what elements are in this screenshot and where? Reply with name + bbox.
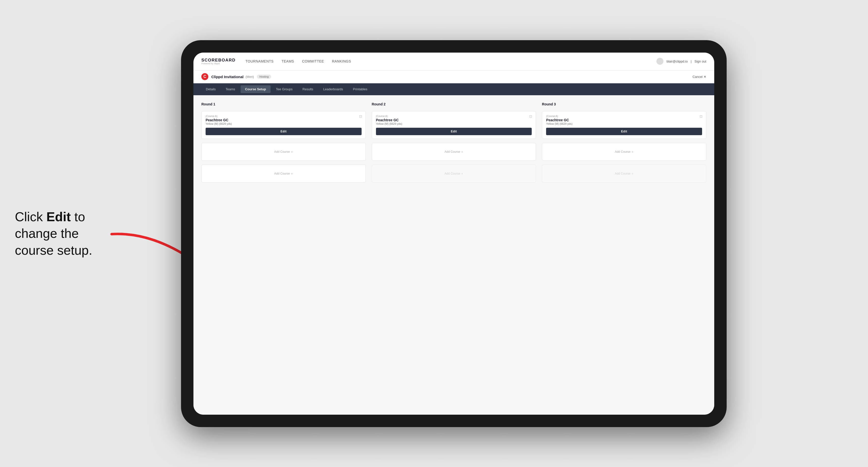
nav-teams[interactable]: TEAMS [281,59,294,63]
logo-text: SCOREBOARD [202,58,236,63]
nav-right: blair@clippd.io | Sign out [656,58,706,65]
round-1-add-course-1[interactable]: Add Course + [202,143,366,161]
round-2-edit-button[interactable]: Edit [376,128,532,135]
round-2-course-card: ⊡ (Course A) Peachtree GC Yellow (M) (66… [372,111,536,139]
round-1-column: Round 1 ⊡ (Course A) Peachtree GC Yellow… [202,102,366,183]
round-3-add-course-1-icon: + [631,150,633,154]
round-1-edit-button[interactable]: Edit [206,128,362,135]
rounds-grid: Round 1 ⊡ (Course A) Peachtree GC Yellow… [202,102,706,183]
round-2-course-tag: (Course A) [376,115,532,118]
sign-out-link[interactable]: Sign out [694,60,706,63]
hosting-badge: Hosting [257,75,271,79]
round-3-add-course-1[interactable]: Add Course + [542,143,706,161]
tournament-name: Clippd Invitational [211,75,244,79]
separator: | [691,60,691,63]
nav-committee[interactable]: COMMITTEE [302,59,324,63]
tablet-device: SCOREBOARD Powered by clippd TOURNAMENTS… [181,40,726,427]
tab-printables[interactable]: Printables [348,85,372,93]
tabs-bar: Details Teams Course Setup Tee Groups Re… [193,83,714,95]
cancel-button[interactable]: Cancel ✕ [693,75,706,79]
round-3-add-course-2: Add Course + [542,165,706,183]
tournament-logo: C [202,73,208,80]
tablet-screen: SCOREBOARD Powered by clippd TOURNAMENTS… [193,53,714,415]
round-1-add-course-1-label: Add Course [274,150,290,154]
tab-teams[interactable]: Teams [221,85,240,93]
logo-area: SCOREBOARD Powered by clippd [202,58,236,65]
round-1-delete-icon[interactable]: ⊡ [358,114,363,119]
cancel-x-icon: ✕ [704,75,706,79]
annotation-text: Click Edit tochange thecourse setup. [15,208,92,259]
top-nav: SCOREBOARD Powered by clippd TOURNAMENTS… [193,53,714,70]
round-2-add-course-1-icon: + [461,150,463,154]
round-3-course-details: Yellow (M) (6629 yds) [546,122,702,125]
round-3-add-course-1-label: Add Course [615,150,630,154]
tab-details[interactable]: Details [202,85,220,93]
round-3-label: Round 3 [542,102,706,106]
nav-rankings[interactable]: RANKINGS [332,59,351,63]
tab-leaderboards[interactable]: Leaderboards [319,85,347,93]
main-content: Round 1 ⊡ (Course A) Peachtree GC Yellow… [193,95,714,415]
tab-course-setup[interactable]: Course Setup [241,85,271,93]
round-2-course-name: Peachtree GC [376,118,532,122]
tab-tee-groups[interactable]: Tee Groups [272,85,297,93]
tournament-bar: C Clippd Invitational (Men) Hosting Canc… [193,70,714,83]
round-2-column: Round 2 ⊡ (Course A) Peachtree GC Yellow… [372,102,536,183]
scoreboard-logo: SCOREBOARD [202,58,236,63]
round-2-add-course-1-label: Add Course [444,150,460,154]
round-3-course-card: ⊡ (Course A) Peachtree GC Yellow (M) (66… [542,111,706,139]
round-1-add-course-2[interactable]: Add Course + [202,165,366,183]
nav-tournaments[interactable]: TOURNAMENTS [246,59,274,63]
round-3-add-course-2-icon: + [631,172,633,176]
round-2-add-course-2: Add Course + [372,165,536,183]
tab-results[interactable]: Results [298,85,318,93]
round-3-delete-icon[interactable]: ⊡ [699,114,704,119]
round-2-course-details: Yellow (M) (6629 yds) [376,122,532,125]
round-1-course-card: ⊡ (Course A) Peachtree GC Yellow (M) (66… [202,111,366,139]
round-1-add-course-1-icon: + [291,150,293,154]
round-1-label: Round 1 [202,102,366,106]
round-3-add-course-2-label: Add Course [615,172,630,175]
round-2-add-course-2-icon: + [461,172,463,176]
tournament-type: (Men) [246,75,254,79]
round-2-add-course-1[interactable]: Add Course + [372,143,536,161]
user-email: blair@clippd.io [666,60,687,63]
nav-links: TOURNAMENTS TEAMS COMMITTEE RANKINGS [246,59,657,63]
round-3-column: Round 3 ⊡ (Course A) Peachtree GC Yellow… [542,102,706,183]
round-1-course-tag: (Course A) [206,115,362,118]
round-1-add-course-2-label: Add Course [274,172,290,175]
round-3-course-name: Peachtree GC [546,118,702,122]
user-avatar [656,58,663,65]
logo-subtitle: Powered by clippd [202,62,236,65]
round-3-edit-button[interactable]: Edit [546,128,702,135]
round-1-add-course-2-icon: + [291,172,293,176]
round-2-add-course-2-label: Add Course [444,172,460,175]
round-3-course-tag: (Course A) [546,115,702,118]
round-2-delete-icon[interactable]: ⊡ [528,114,533,119]
round-2-label: Round 2 [372,102,536,106]
round-1-course-name: Peachtree GC [206,118,362,122]
round-1-course-details: Yellow (M) (6629 yds) [206,122,362,125]
